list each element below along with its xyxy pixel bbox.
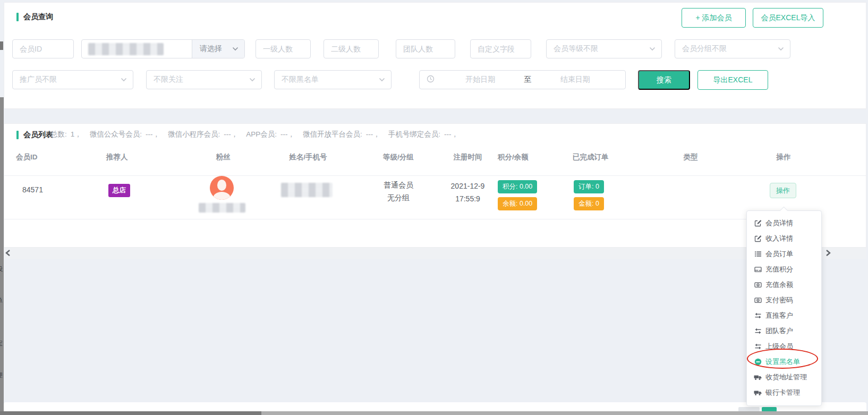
orders-badge: 订单: 0: [574, 180, 604, 193]
row-action-button[interactable]: 操作: [770, 183, 796, 198]
cell-level-group: 普通会员 无分组: [359, 179, 438, 204]
level2-count-input-wrap: [324, 39, 379, 58]
query-panel-title: 会员查询: [16, 12, 53, 22]
excel-import-button[interactable]: 会员EXCEL导入: [753, 8, 823, 28]
col-header-action: 操作: [754, 153, 813, 162]
level1-count-input-wrap: [256, 39, 311, 58]
swap-arrows-icon: [754, 342, 762, 350]
list-icon: [754, 250, 762, 258]
export-excel-button[interactable]: 导出EXCEL: [697, 70, 768, 90]
col-header-points: 积分/余额: [498, 153, 529, 162]
scrollbar-thumb[interactable]: [0, 411, 261, 415]
keyword-composite-input: 请选择: [81, 39, 245, 58]
team-count-input[interactable]: [396, 40, 455, 58]
edit-icon: [754, 234, 762, 242]
points-badge: 积分: 0.00: [498, 180, 537, 193]
redacted-fan-nickname: [199, 203, 245, 213]
member-stats-line: 总数:1， 微信公众号会员:---， 微信小程序会员:---， APP会员:--…: [50, 130, 458, 139]
keyword-input[interactable]: [82, 40, 192, 58]
card-icon: [754, 265, 762, 273]
scroll-left-arrow-icon[interactable]: [5, 249, 13, 258]
blacklist-filter-select[interactable]: 不限黑名单: [274, 70, 392, 89]
table-header-divider: [4, 175, 866, 176]
swap-arrows-icon: [754, 327, 762, 335]
date-range-picker[interactable]: 开始日期 至 结束日期: [419, 70, 626, 89]
redacted-keyword-value: [88, 43, 164, 55]
member-id-input-wrap: [12, 39, 74, 58]
menu-item-upline-member[interactable]: 上级会员: [747, 338, 821, 354]
money-icon: [754, 296, 762, 304]
page-edge-sliver: 设单 定理: [0, 97, 4, 415]
title-accent-bar: [16, 13, 19, 21]
search-button[interactable]: 搜索: [638, 70, 690, 90]
add-member-button[interactable]: + 添加会员: [682, 8, 746, 28]
menu-item-recharge-points[interactable]: 充值积分: [747, 261, 821, 277]
bottom-panel-edge: [4, 402, 866, 412]
level2-count-input[interactable]: [324, 40, 378, 58]
list-panel-title: 会员列表: [16, 130, 53, 140]
promoter-select[interactable]: 推广员不限: [12, 70, 133, 89]
truck-icon: [754, 388, 762, 396]
page-edge-fragment: [0, 41, 3, 50]
menu-item-member-detail[interactable]: 会员详情: [747, 215, 821, 231]
title-accent-bar: [16, 131, 19, 139]
menu-item-payment-password[interactable]: 支付密码: [747, 292, 821, 308]
horizontal-scrollbar: [0, 411, 868, 415]
menu-item-set-blacklist[interactable]: 设置黑名单: [747, 354, 821, 369]
col-header-fans: 粉丝: [191, 153, 255, 162]
date-separator: 至: [520, 75, 536, 84]
col-header-type: 类型: [659, 153, 722, 162]
col-header-orders: 已完成订单: [573, 153, 609, 162]
member-id-input[interactable]: [13, 40, 73, 58]
edit-icon: [754, 219, 762, 227]
menu-item-direct-customers[interactable]: 直推客户: [747, 308, 821, 323]
menu-item-member-orders[interactable]: 会员订单: [747, 246, 821, 261]
balance-badge: 余额: 0.00: [498, 197, 537, 210]
custom-field-input[interactable]: [471, 40, 531, 58]
chevron-down-icon: [379, 78, 385, 82]
keyword-type-select[interactable]: 请选择: [192, 40, 244, 58]
horizontal-scroll-strip: [4, 248, 866, 259]
end-date-placeholder: 结束日期: [536, 75, 615, 84]
chevron-down-icon: [778, 47, 784, 51]
menu-item-recharge-balance[interactable]: 充值余额: [747, 277, 821, 292]
custom-field-input-wrap: [470, 39, 531, 58]
chevron-down-icon: [649, 47, 656, 51]
avatar-head-shape: [217, 180, 226, 191]
menu-item-bank-cards[interactable]: 银行卡管理: [747, 385, 821, 400]
start-date-placeholder: 开始日期: [441, 75, 520, 84]
cell-member-id: 84571: [22, 185, 43, 194]
swap-arrows-icon: [754, 311, 762, 319]
truck-icon: [754, 373, 762, 381]
member-admin-page: 设单 定理 会员查询 + 添加会员 会员EXCEL导入 请选择 会员: [0, 0, 868, 415]
redacted-name-phone: [281, 183, 333, 197]
money-icon: [754, 281, 762, 289]
minus-circle-icon: [754, 358, 762, 366]
table-row-divider: [4, 219, 777, 219]
amount-badge: 金额: 0: [574, 197, 604, 210]
cell-register-time: 2021-12-9 17:55:9: [442, 180, 493, 205]
referrer-badge: 总店: [108, 184, 130, 197]
menu-item-income-detail[interactable]: 收入详情: [747, 231, 821, 246]
row-action-menu: 会员详情 收入详情 会员订单 充值积分 充值余额: [746, 210, 822, 406]
col-header-level-group: 等级/分组: [359, 153, 438, 162]
member-group-select[interactable]: 会员分组不限: [675, 39, 790, 58]
col-header-name-phone: 姓名/手机号: [268, 153, 348, 162]
chevron-down-icon: [232, 47, 239, 51]
menu-item-shipping-address[interactable]: 收货地址管理: [747, 369, 821, 385]
clock-icon: [427, 75, 435, 84]
level1-count-input[interactable]: [256, 40, 310, 58]
chevron-down-icon: [121, 78, 127, 82]
member-level-select[interactable]: 会员等级不限: [546, 39, 662, 58]
team-count-input-wrap: [396, 39, 455, 58]
avatar: [210, 176, 234, 200]
chevron-down-icon: [249, 78, 256, 82]
follow-status-select[interactable]: 不限关注: [146, 70, 262, 89]
col-header-reg-time: 注册时间: [442, 153, 493, 162]
col-header-referrer: 推荐人: [106, 153, 128, 162]
scroll-right-arrow-icon[interactable]: [825, 249, 833, 258]
menu-item-team-customers[interactable]: 团队客户: [747, 323, 821, 338]
col-header-member-id: 会员ID: [16, 153, 38, 162]
